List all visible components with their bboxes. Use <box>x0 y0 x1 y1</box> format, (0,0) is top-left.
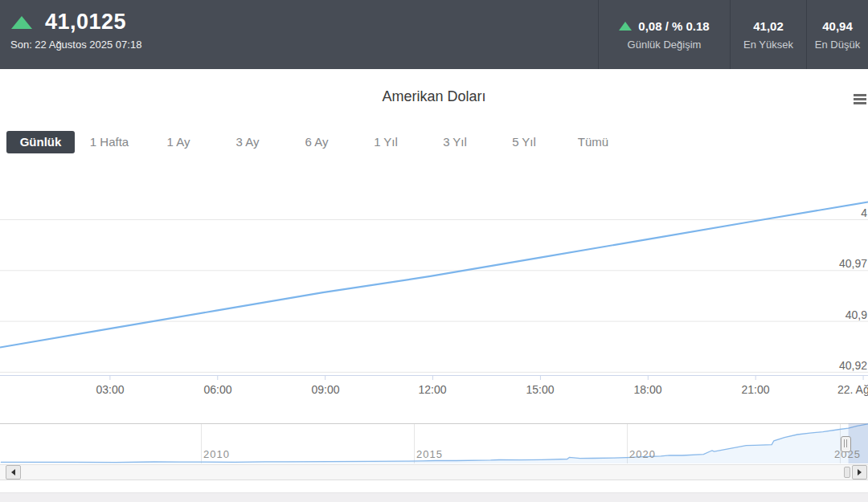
scroll-left-button[interactable] <box>6 465 21 480</box>
quote-header: 41,0125 Son: 22 Ağustos 2025 07:18 0,08 … <box>0 0 868 69</box>
price-up-icon <box>11 16 32 29</box>
navigator-year-label: 2020 <box>629 448 656 460</box>
hamburger-menu-icon[interactable] <box>854 94 867 108</box>
y-axis-label: 40,9 <box>845 308 867 321</box>
stat-value: 40,94 <box>822 19 853 33</box>
price-line-series <box>0 202 868 348</box>
x-axis-label: 18:00 <box>633 383 661 396</box>
left-triangle-icon <box>11 469 15 475</box>
tab-gunluk[interactable]: Günlük <box>6 131 75 153</box>
x-axis-label: 12:00 <box>418 383 446 396</box>
tab-1-yil[interactable]: 1 Yıl <box>351 131 420 153</box>
tab-3-yil[interactable]: 3 Yıl <box>420 131 489 153</box>
tab-1-hafta[interactable]: 1 Hafta <box>75 131 144 153</box>
x-axis-label: 21:00 <box>741 383 769 396</box>
navigator-handle[interactable] <box>841 436 851 452</box>
stat-daily-change: 0,08 / % 0.18 Günlük Değişim <box>598 0 730 69</box>
stat-label: Günlük Değişim <box>628 39 702 51</box>
scrollbar-thumb[interactable] <box>844 467 850 478</box>
navigator-year-label: 2015 <box>416 448 443 460</box>
tab-3-ay[interactable]: 3 Ay <box>213 131 282 153</box>
stat-value: 0,08 / % 0.18 <box>638 19 709 33</box>
footer-strip <box>0 492 868 502</box>
chart-title: Amerikan Doları <box>0 88 868 105</box>
stat-label: En Düşük <box>815 39 860 51</box>
tab-5-yil[interactable]: 5 Yıl <box>489 131 559 153</box>
navigator-year-label: 2010 <box>203 448 230 460</box>
last-update-text: Son: 22 Ağustos 2025 07:18 <box>10 39 141 51</box>
quote-stats: 0,08 / % 0.18 Günlük Değişim 41,02 En Yü… <box>598 0 868 69</box>
scroll-right-button[interactable] <box>852 465 867 480</box>
handle-grip-icon <box>844 439 845 447</box>
stat-day-high: 41,02 En Yüksek <box>730 0 806 69</box>
tab-1-ay[interactable]: 1 Ay <box>144 131 213 153</box>
right-triangle-icon <box>858 469 862 475</box>
quote-summary: 41,0125 Son: 22 Ağustos 2025 07:18 <box>0 0 598 69</box>
scrollbar-track[interactable] <box>0 464 868 480</box>
x-axis-label: 06:00 <box>203 383 231 396</box>
x-axis-label: 15:00 <box>526 383 554 396</box>
x-axis-label: 22. Ağ <box>837 383 868 396</box>
range-tabs: Günlük 1 Hafta 1 Ay 3 Ay 6 Ay 1 Yıl 3 Yı… <box>6 131 628 153</box>
tab-tumu[interactable]: Tümü <box>559 131 628 153</box>
y-axis-label: 4 <box>861 206 867 219</box>
x-axis-label: 09:00 <box>311 383 339 396</box>
y-axis-label: 40,92 <box>839 359 867 372</box>
change-up-icon <box>619 22 632 31</box>
tab-6-ay[interactable]: 6 Ay <box>282 131 351 153</box>
stat-value: 41,02 <box>753 19 784 33</box>
charts-canvas <box>0 0 868 502</box>
stat-day-low: 40,94 En Düşük <box>806 0 868 69</box>
x-axis-label: 03:00 <box>96 383 124 396</box>
current-price: 41,0125 <box>45 10 126 35</box>
stat-label: En Yüksek <box>743 39 793 51</box>
y-axis-label: 40,97 <box>839 257 867 270</box>
